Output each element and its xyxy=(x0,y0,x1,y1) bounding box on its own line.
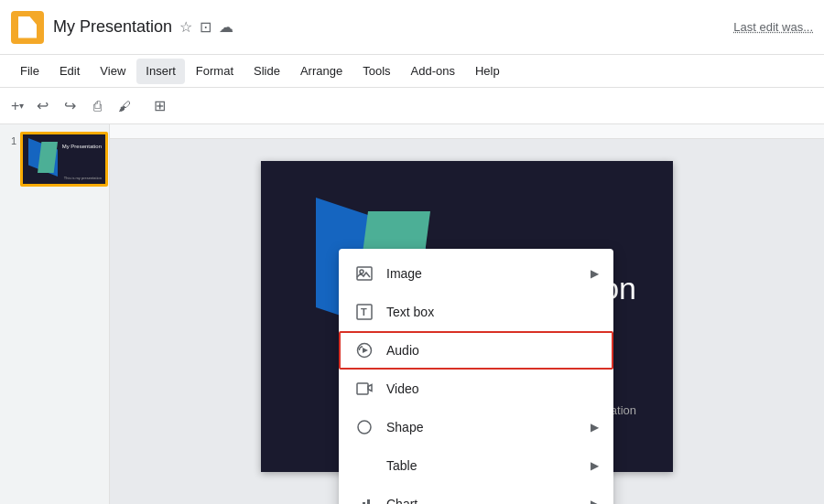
thumb-title: My Presentation xyxy=(62,144,102,149)
print-button[interactable]: ⎙ xyxy=(84,93,110,119)
app-icon xyxy=(11,11,44,44)
menu-item-arrange[interactable]: Arrange xyxy=(291,59,352,84)
insert-video-label: Video xyxy=(386,381,599,396)
undo-icon: ↩ xyxy=(37,97,49,114)
insert-dropdown-menu: Image ▶ T Text box xyxy=(339,249,613,504)
add-slide-button[interactable]: + ▾ xyxy=(7,96,27,116)
add-slide-icon: ⊞ xyxy=(154,97,166,114)
chart-arrow-icon: ▶ xyxy=(591,498,599,504)
insert-menu-item-chart[interactable]: Chart ▶ xyxy=(339,485,613,504)
insert-shape-label: Shape xyxy=(386,420,591,434)
image-arrow-icon: ▶ xyxy=(591,267,599,280)
insert-image-label: Image xyxy=(386,266,591,281)
menu-item-tools[interactable]: Tools xyxy=(353,59,399,84)
insert-chart-label: Chart xyxy=(386,497,591,504)
canvas-area: My Presentation This is my presentation … xyxy=(110,124,824,504)
video-icon xyxy=(353,378,375,400)
folder-icon[interactable]: ⊡ xyxy=(200,18,211,36)
last-edit-text[interactable]: Last edit was... xyxy=(733,20,813,34)
insert-menu-item-table[interactable]: Table ▶ xyxy=(339,446,613,485)
menu-bar: File Edit View Insert Format Slide Arran… xyxy=(0,55,824,88)
slide-number-1: 1 xyxy=(4,132,16,146)
insert-menu-item-audio[interactable]: Audio xyxy=(339,331,613,370)
insert-textbox-label: Text box xyxy=(386,305,599,319)
svg-marker-5 xyxy=(363,348,368,353)
slide-thumbnail-1[interactable]: My Presentation This is my presentation xyxy=(20,132,108,187)
slide-thumbnail-container-1: 1 My Presentation This is my presentatio… xyxy=(4,132,105,187)
undo-button[interactable]: ↩ xyxy=(29,93,55,119)
print-icon: ⎙ xyxy=(93,98,102,113)
insert-menu-item-textbox[interactable]: T Text box xyxy=(339,293,613,331)
menu-item-edit[interactable]: Edit xyxy=(50,59,89,84)
insert-menu-item-image[interactable]: Image ▶ xyxy=(339,254,613,293)
paint-format-button[interactable]: 🖌 xyxy=(112,93,137,119)
menu-item-file[interactable]: File xyxy=(11,59,49,84)
app-icon-shape xyxy=(18,16,37,38)
slide-thumb-inner: My Presentation This is my presentation xyxy=(23,134,105,184)
title-icons: ☆ ⊡ ☁ xyxy=(179,18,233,36)
new-slide-button[interactable]: ⊞ xyxy=(146,93,172,119)
insert-menu-item-shape[interactable]: Shape ▶ xyxy=(339,408,613,446)
textbox-icon: T xyxy=(353,301,375,323)
thumb-subtitle: This is my presentation xyxy=(64,176,102,180)
menu-item-help[interactable]: Help xyxy=(466,59,509,84)
presentation-title: My Presentation xyxy=(53,17,172,37)
menu-item-slide[interactable]: Slide xyxy=(244,59,289,84)
svg-rect-10 xyxy=(367,499,370,504)
image-icon xyxy=(353,263,375,284)
table-arrow-icon: ▶ xyxy=(591,459,599,472)
slides-panel: 1 My Presentation This is my presentatio… xyxy=(0,124,110,504)
table-icon xyxy=(353,455,375,477)
toolbar: + ▾ ↩ ↪ ⎙ 🖌 ⊞ xyxy=(0,88,824,124)
insert-menu-item-video[interactable]: Video xyxy=(339,370,613,408)
svg-text:T: T xyxy=(361,306,367,317)
audio-icon xyxy=(353,339,375,361)
svg-rect-0 xyxy=(357,267,372,280)
menu-item-addons[interactable]: Add-ons xyxy=(402,59,464,84)
ruler-top xyxy=(110,124,824,139)
insert-table-label: Table xyxy=(386,458,591,473)
menu-item-insert[interactable]: Insert xyxy=(136,59,185,84)
redo-button[interactable]: ↪ xyxy=(57,93,82,119)
shape-arrow-icon: ▶ xyxy=(591,421,599,434)
chevron-down-icon: ▾ xyxy=(19,101,24,111)
paintformat-icon: 🖌 xyxy=(118,99,131,113)
insert-audio-label: Audio xyxy=(386,343,599,358)
plus-icon: + xyxy=(11,98,19,114)
title-bar: My Presentation ☆ ⊡ ☁ Last edit was... xyxy=(0,0,824,55)
star-icon[interactable]: ☆ xyxy=(179,18,192,36)
shape-icon xyxy=(353,416,375,438)
menu-item-view[interactable]: View xyxy=(91,59,135,84)
main-content: 1 My Presentation This is my presentatio… xyxy=(0,124,824,504)
cloud-icon[interactable]: ☁ xyxy=(219,18,233,36)
chart-icon xyxy=(353,493,375,504)
dropdown-overlay: Image ▶ T Text box xyxy=(110,249,824,504)
redo-icon: ↪ xyxy=(64,97,76,114)
menu-item-format[interactable]: Format xyxy=(187,59,243,84)
svg-rect-6 xyxy=(357,383,368,394)
svg-point-7 xyxy=(358,421,371,434)
